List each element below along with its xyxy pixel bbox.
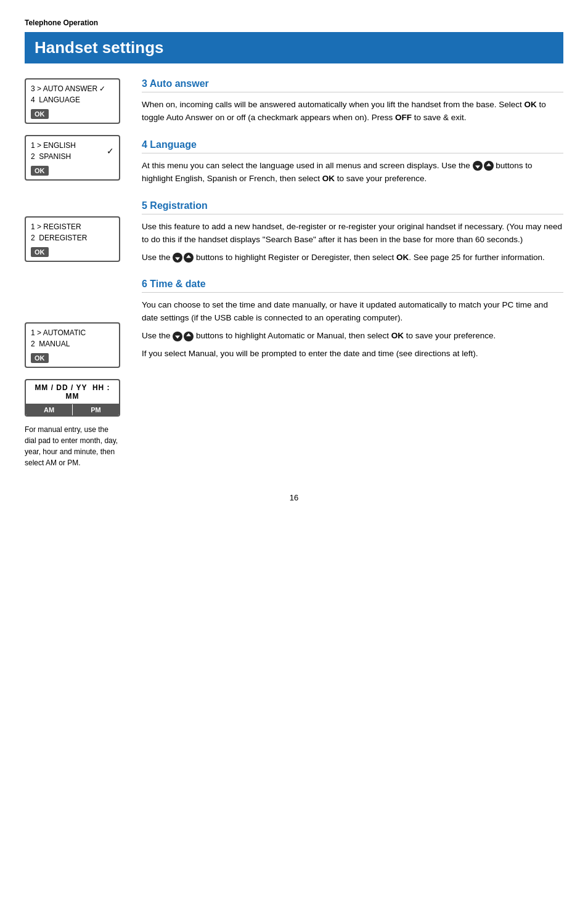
time-date-para-1: You can choose to set the time and date …: [142, 299, 563, 325]
auto-answer-para: When on, incoming calls will be answered…: [142, 99, 563, 124]
datetime-top: MM / DD / YY HH : MM: [26, 380, 119, 404]
section-time-date: 6 Time & date You can choose to set the …: [142, 279, 563, 361]
main-layout: 3 > AUTO ANSWER ✓ 4 LANGUAGE OK 1 > ENGL…: [25, 78, 563, 468]
section-title-auto-answer: 3 Auto answer: [142, 78, 563, 92]
page-number: 16: [25, 493, 563, 502]
left-column: 3 > AUTO ANSWER ✓ 4 LANGUAGE OK 1 > ENGL…: [25, 78, 123, 468]
time-automatic-screen: 1 > AUTOMATIC 2 MANUAL OK: [25, 322, 120, 368]
screen-line-1: 3 > AUTO ANSWER ✓: [31, 83, 114, 94]
page-title: Handset settings: [25, 32, 563, 63]
language-lines: 1 > ENGLISH 2 SPANISH: [31, 140, 76, 162]
right-column: 3 Auto answer When on, incoming calls wi…: [142, 78, 563, 468]
registration-screen: 1 > REGISTER 2 DEREGISTER OK: [25, 216, 120, 262]
ok-bar-container-4: OK: [31, 351, 114, 363]
ok-button-screen3: OK: [31, 247, 49, 257]
top-label: Telephone Operation: [25, 18, 563, 27]
down-arrow-icon-3: [173, 332, 182, 341]
language-screen: 1 > ENGLISH 2 SPANISH ✓ OK: [25, 135, 120, 181]
spacer-2: [25, 273, 123, 322]
down-arrow-icon-1: [473, 161, 483, 171]
time-date-para-3: If you select Manual, you will be prompt…: [142, 348, 563, 361]
screen-line-2: 4 LANGUAGE: [31, 94, 114, 105]
section-text-auto-answer: When on, incoming calls will be answered…: [142, 99, 563, 124]
language-para: At this menu you can select the language…: [142, 160, 563, 185]
section-title-registration: 5 Registration: [142, 200, 563, 214]
section-title-time-date: 6 Time & date: [142, 279, 563, 293]
page: Telephone Operation Handset settings 3 >…: [0, 0, 588, 909]
auto-line-1: 1 > AUTOMATIC: [31, 327, 114, 338]
down-arrow-icon-2: [173, 253, 182, 263]
nav-arrows-1: [473, 161, 494, 171]
nav-arrows-3: [173, 332, 194, 341]
section-text-registration: Use this feature to add a new handset, d…: [142, 221, 563, 264]
section-title-language: 4 Language: [142, 139, 563, 153]
language-line-1: 1 > ENGLISH: [31, 140, 76, 151]
datetime-bottom: AM PM: [26, 404, 119, 415]
datetime-screen: MM / DD / YY HH : MM AM PM: [25, 379, 120, 417]
ok-button-screen1: OK: [31, 109, 49, 119]
language-line-2: 2 SPANISH: [31, 151, 76, 162]
time-date-para-2: Use the buttons to highlight Automatic o…: [142, 330, 563, 343]
section-text-language: At this menu you can select the language…: [142, 160, 563, 185]
up-arrow-icon-1: [484, 161, 494, 171]
nav-arrows-2: [173, 253, 194, 263]
ok-button-screen2: OK: [31, 166, 49, 176]
ok-bar-container: OK: [31, 107, 114, 119]
spacer-1: [25, 192, 123, 216]
ok-bar-container-3: OK: [31, 245, 114, 257]
up-arrow-icon-3: [184, 332, 194, 341]
registration-para-2: Use the buttons to highlight Register or…: [142, 251, 563, 264]
pm-button: PM: [73, 404, 119, 415]
section-auto-answer: 3 Auto answer When on, incoming calls wi…: [142, 78, 563, 124]
up-arrow-icon-2: [184, 253, 194, 263]
ok-bar-container-2: OK: [31, 164, 114, 176]
am-button: AM: [26, 404, 73, 415]
reg-line-2: 2 DEREGISTER: [31, 232, 114, 243]
section-language: 4 Language At this menu you can select t…: [142, 139, 563, 185]
reg-line-1: 1 > REGISTER: [31, 221, 114, 232]
auto-line-2: 2 MANUAL: [31, 338, 114, 349]
checkmark-icon: ✓: [107, 146, 114, 156]
section-registration: 5 Registration Use this feature to add a…: [142, 200, 563, 264]
section-text-time-date: You can choose to set the time and date …: [142, 299, 563, 361]
registration-para-1: Use this feature to add a new handset, d…: [142, 221, 563, 247]
manual-entry-caption: For manual entry, use the dial pad to en…: [25, 424, 120, 468]
auto-answer-screen: 3 > AUTO ANSWER ✓ 4 LANGUAGE OK: [25, 78, 120, 124]
ok-button-screen4: OK: [31, 353, 49, 363]
